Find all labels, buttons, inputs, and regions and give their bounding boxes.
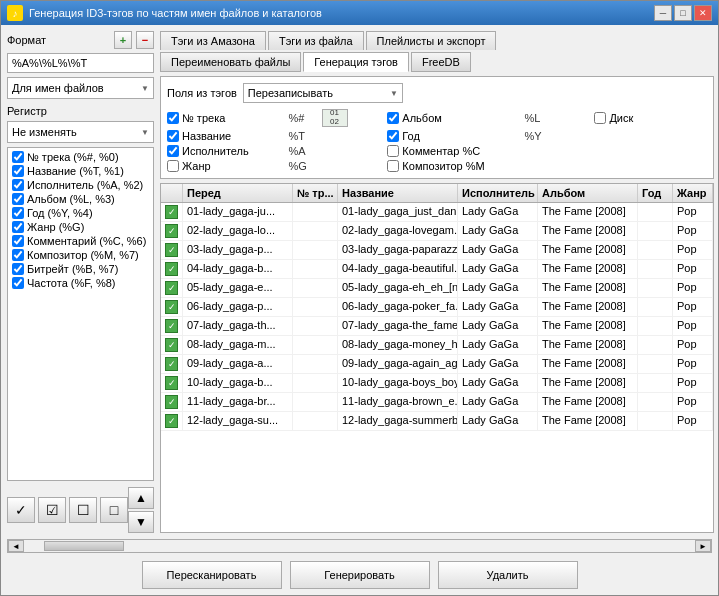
horizontal-scrollbar[interactable]: ◄ ► [7,539,712,553]
row-check-cell[interactable]: ✓ [161,393,183,411]
tab-generate-tags[interactable]: Генерация тэгов [303,52,409,72]
row-album: The Fame [2008] [538,260,638,278]
checkbox-item-3[interactable]: Альбом (%L, %3) [10,192,151,206]
table-row[interactable]: ✓04-lady_gaga-b...04-lady_gaga-beautiful… [161,260,713,279]
table-row[interactable]: ✓08-lady_gaga-m...08-lady_gaga-money_h..… [161,336,713,355]
rescan-button[interactable]: Пересканировать [142,561,282,589]
table-row[interactable]: ✓02-lady_gaga-lo...02-lady_gaga-lovegam.… [161,222,713,241]
checkbox-6[interactable] [12,235,24,247]
checkbox-5[interactable] [12,221,24,233]
disc-checkbox[interactable]: Диск [594,112,667,124]
files-dropdown[interactable]: Для имен файлов ▼ [7,77,154,99]
checkbox-0[interactable] [12,151,24,163]
track-num-check[interactable] [167,112,179,124]
checkbox-item-8[interactable]: Битрейт (%B, %7) [10,262,151,276]
composer-check[interactable] [387,160,399,172]
registry-dropdown[interactable]: Не изменять ▼ [7,121,154,143]
generate-button[interactable]: Генерировать [290,561,430,589]
comment-checkbox[interactable]: Комментар %C [387,145,518,157]
genre-check[interactable] [167,160,179,172]
table-row[interactable]: ✓01-lady_gaga-ju...01-lady_gaga_just_dan… [161,203,713,222]
overwrite-dropdown[interactable]: Перезаписывать ▼ [243,83,403,103]
checkbox-item-1[interactable]: Название (%T, %1) [10,164,151,178]
row-check-cell[interactable]: ✓ [161,336,183,354]
artist-value: %A [289,145,382,157]
table-row[interactable]: ✓12-lady_gaga-su...12-lady_gaga-summerb.… [161,412,713,431]
row-check-cell[interactable]: ✓ [161,298,183,316]
format-input[interactable] [7,53,154,73]
checkbox-item-7[interactable]: Композитор (%M, %7) [10,248,151,262]
col-before: Перед [183,184,293,202]
checkbox-4[interactable] [12,207,24,219]
table-row[interactable]: ✓06-lady_gaga-p...06-lady_gaga-poker_fa.… [161,298,713,317]
row-check-cell[interactable]: ✓ [161,203,183,221]
checkbox-item-9[interactable]: Частота (%F, %8) [10,276,151,290]
main-content: Формат + − Для имен файлов ▼ Регистр Не … [1,25,718,539]
table-row[interactable]: ✓03-lady_gaga-p...03-lady_gaga-paparazzi… [161,241,713,260]
artist-check[interactable] [167,145,179,157]
checkbox-item-5[interactable]: Жанр (%G) [10,220,151,234]
uncheck-selected-button[interactable]: ☐ [69,497,97,523]
title-checkbox[interactable]: Название [167,130,283,142]
tab-playlists[interactable]: Плейлисты и экспорт [366,31,497,50]
row-check-cell[interactable]: ✓ [161,241,183,259]
scrollbar-thumb[interactable] [44,541,124,551]
checkbox-8[interactable] [12,263,24,275]
close-button[interactable]: ✕ [694,5,712,21]
year-check[interactable] [387,130,399,142]
scroll-right-button[interactable]: ► [695,540,711,552]
genre-checkbox[interactable]: Жанр [167,160,283,172]
checkbox-1[interactable] [12,165,24,177]
row-before: 06-lady_gaga-p... [183,298,293,316]
check-all-button[interactable]: ✓ [7,497,35,523]
table-row[interactable]: ✓09-lady_gaga-a...09-lady_gaga-again_ag.… [161,355,713,374]
row-check-cell[interactable]: ✓ [161,260,183,278]
row-album: The Fame [2008] [538,222,638,240]
tab-rename-files[interactable]: Переименовать файлы [160,52,301,72]
add-format-button[interactable]: + [114,31,132,49]
delete-button[interactable]: Удалить [438,561,578,589]
row-artist: Lady GaGa [458,355,538,373]
maximize-button[interactable]: □ [674,5,692,21]
comment-check[interactable] [387,145,399,157]
album-check[interactable] [387,112,399,124]
row-check-cell[interactable]: ✓ [161,279,183,297]
row-check-cell[interactable]: ✓ [161,374,183,392]
tab-freedb[interactable]: FreeDB [411,52,471,72]
scroll-left-button[interactable]: ◄ [8,540,24,552]
composer-label: Композитор %M [402,160,484,172]
title-check[interactable] [167,130,179,142]
tag-fields-grid: № трека %# 0102 Альбом %L Диск [167,109,707,172]
checkbox-item-2[interactable]: Исполнитель (%A, %2) [10,178,151,192]
move-up-button[interactable]: ▲ [128,487,154,509]
checkbox-2[interactable] [12,179,24,191]
minimize-button[interactable]: ─ [654,5,672,21]
table-row[interactable]: ✓10-lady_gaga-b...10-lady_gaga-boys_boy.… [161,374,713,393]
row-track [293,279,338,297]
disc-check[interactable] [594,112,606,124]
checkbox-7[interactable] [12,249,24,261]
track-num-checkbox[interactable]: № трека [167,112,283,124]
table-row[interactable]: ✓11-lady_gaga-br...11-lady_gaga-brown_e.… [161,393,713,412]
composer-checkbox[interactable]: Композитор %M [387,160,518,172]
year-checkbox[interactable]: Год [387,130,518,142]
remove-format-button[interactable]: − [136,31,154,49]
row-check-cell[interactable]: ✓ [161,412,183,430]
table-row[interactable]: ✓05-lady_gaga-e...05-lady_gaga-eh_eh_[n.… [161,279,713,298]
checkbox-9[interactable] [12,277,24,289]
checkbox-item-6[interactable]: Комментарий (%C, %6) [10,234,151,248]
move-down-button[interactable]: ▼ [128,511,154,533]
uncheck-all-button[interactable]: □ [100,497,128,523]
tab-amazon[interactable]: Тэги из Амазона [160,31,266,50]
tab-from-file[interactable]: Тэги из файла [268,31,364,50]
row-check-cell[interactable]: ✓ [161,317,183,335]
row-check-cell[interactable]: ✓ [161,355,183,373]
check-selected-button[interactable]: ☑ [38,497,66,523]
table-row[interactable]: ✓07-lady_gaga-th...07-lady_gaga-the_fame… [161,317,713,336]
album-checkbox[interactable]: Альбом [387,112,518,124]
artist-checkbox[interactable]: Исполнитель [167,145,283,157]
checkbox-item-4[interactable]: Год (%Y, %4) [10,206,151,220]
row-check-cell[interactable]: ✓ [161,222,183,240]
checkbox-item-0[interactable]: № трека (%#, %0) [10,150,151,164]
checkbox-3[interactable] [12,193,24,205]
